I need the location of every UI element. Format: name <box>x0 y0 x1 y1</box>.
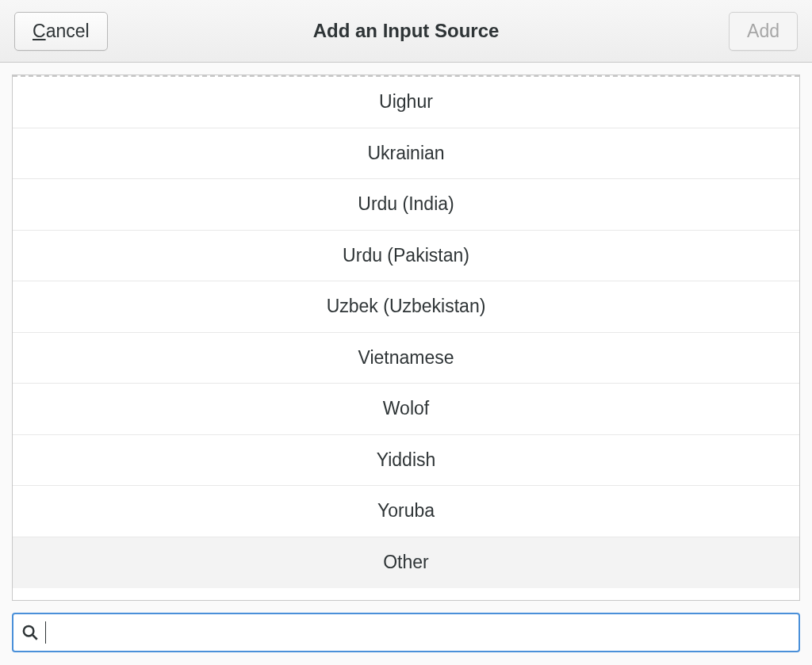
dialog-header: Cancel Add an Input Source Add <box>0 0 812 63</box>
list-item[interactable]: Urdu (Pakistan) <box>13 231 799 282</box>
list-item-label: Yoruba <box>377 500 435 522</box>
search-box[interactable] <box>12 613 800 652</box>
list-item-label: Wolof <box>383 398 429 419</box>
input-source-list[interactable]: UighurUkrainianUrdu (India)Urdu (Pakista… <box>13 77 799 600</box>
list-item-label: Uighur <box>379 91 433 113</box>
list-item-label: Ukrainian <box>367 143 444 164</box>
dialog-title: Add an Input Source <box>313 20 500 42</box>
list-item[interactable]: Yoruba <box>13 486 799 537</box>
list-item-label: Urdu (India) <box>358 193 454 215</box>
dialog-content: UighurUkrainianUrdu (India)Urdu (Pakista… <box>0 63 812 601</box>
list-item[interactable]: Yiddish <box>13 435 799 487</box>
list-item-label: Other <box>383 552 429 573</box>
list-item-label: Vietnamese <box>358 347 454 369</box>
cancel-button[interactable]: Cancel <box>14 12 108 51</box>
list-item[interactable]: Uzbek (Uzbekistan) <box>13 281 799 333</box>
search-row <box>0 601 812 665</box>
list-item-label: Uzbek (Uzbekistan) <box>327 296 486 317</box>
search-icon <box>21 624 39 641</box>
add-button-label: Add <box>747 21 779 42</box>
svg-point-0 <box>24 626 34 636</box>
list-item[interactable]: Vietnamese <box>13 333 799 384</box>
input-source-list-frame: UighurUkrainianUrdu (India)Urdu (Pakista… <box>12 75 800 601</box>
add-button[interactable]: Add <box>729 12 798 51</box>
search-input[interactable] <box>46 622 791 643</box>
list-item[interactable]: Other <box>13 537 799 589</box>
list-item-label: Urdu (Pakistan) <box>343 245 469 266</box>
cancel-button-label: ancel <box>46 21 90 42</box>
list-item[interactable]: Ukrainian <box>13 128 799 180</box>
list-item[interactable]: Wolof <box>13 384 799 435</box>
list-item[interactable]: Uighur <box>13 77 799 128</box>
list-item-label: Yiddish <box>377 449 436 471</box>
list-item[interactable]: Urdu (India) <box>13 179 799 231</box>
cancel-button-mnemonic: C <box>33 21 46 42</box>
svg-line-1 <box>33 635 37 640</box>
